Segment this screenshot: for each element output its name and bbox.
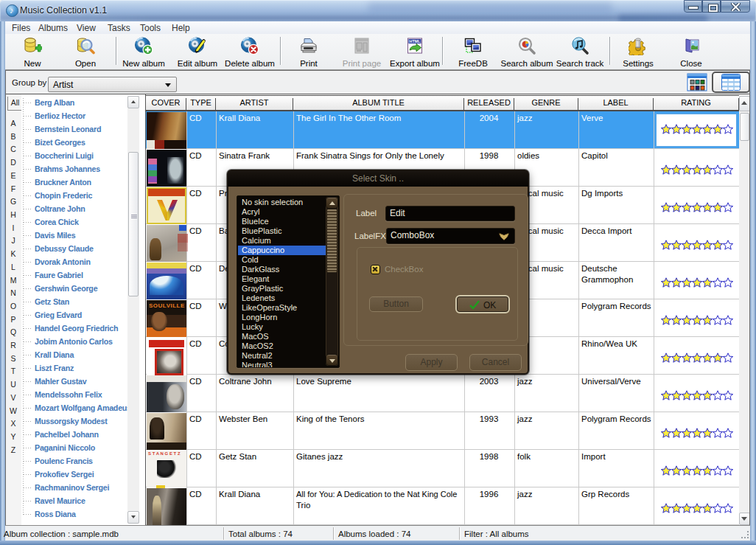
svg-text:HTML: HTML — [410, 39, 421, 44]
